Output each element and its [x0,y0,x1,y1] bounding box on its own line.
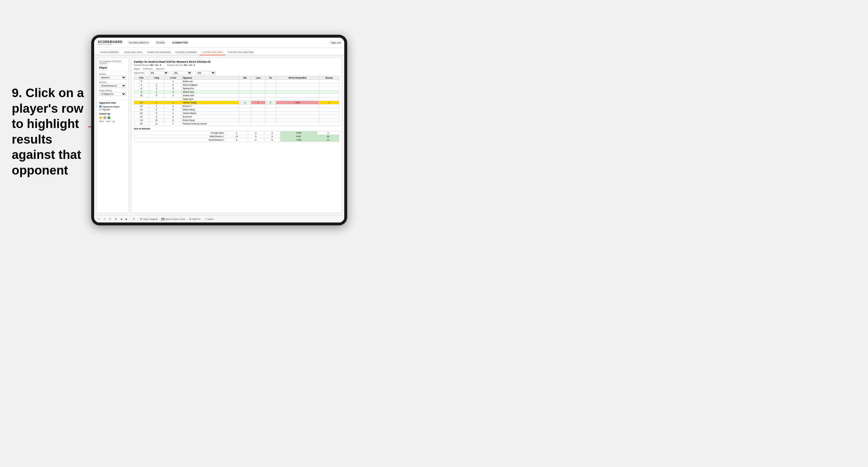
division-select[interactable]: NCAA Division III [99,84,126,88]
filter-all-select-1[interactable]: (All) [148,71,168,75]
timestamp-time: 16:55:28 [99,62,126,64]
toolbar-back[interactable]: ◀ [120,217,123,221]
overall-value: 353 - 34 - 6 [150,64,161,66]
nav-tournaments[interactable]: TOURNAMENTS [127,41,150,45]
logo[interactable]: SCOREBOARD [98,40,122,43]
cell-win [239,97,251,101]
cell-diff [276,108,319,112]
table-row[interactable]: 19106Emily Chang [134,119,339,122]
cell-diff [276,90,319,94]
cell-name: Haejo Hyun [182,97,239,101]
sub-nav-player-h2h-heatmap[interactable]: PLAYER H2H HEATMAP [225,51,256,55]
filter-opponent-group: Opponent [156,68,164,70]
sub-nav-player-h2h-grid[interactable]: PLAYER H2H GRID [200,51,225,55]
out-name: NCAA Division 2 [134,138,226,142]
sub-nav-player-summary[interactable]: PLAYER SUMMARY [173,51,200,55]
tablet-shell: SCOREBOARD Powered by clippd TOURNAMENTS… [91,35,347,225]
cell-loss: 1 [251,101,265,104]
sub-nav-team-summary[interactable]: TEAM SUMMARY [98,51,122,55]
cell-name: Euna Lee [182,115,239,119]
watch-group[interactable]: 👁 Watch ▾ [189,218,201,221]
out-table-row[interactable]: Foreign Team1004.5002 [134,131,339,135]
cell-tie: 0 [266,101,276,104]
cell-rounds [319,87,339,90]
data-table-container[interactable]: # Div # Reg # Conf Opponent Win Loss Tie… [134,76,339,126]
radio-opponents-played[interactable]: Opponents Played [99,105,126,108]
toolbar-undo[interactable]: ↩ [97,217,101,221]
gender-select[interactable]: Women's [99,75,126,80]
table-row[interactable]: 522Alexis Sudjianto [134,83,339,87]
table-row[interactable]: 1691Jessica Mason [134,112,339,115]
grid-title: Katelyn Vo Head-to-Head Grid for Women's… [134,60,339,63]
table-row[interactable]: 613Sydney Kuo [134,87,339,90]
cell-name: Sydney Kuo [182,87,239,90]
table-row[interactable]: Haejo Hyun [134,97,339,101]
toolbar-forward[interactable]: ▶ [125,217,128,221]
table-row[interactable]: 1311Jessica Huang010-3.002 [134,101,339,104]
out-table-row[interactable]: NCAA Division 25007.40010 [134,138,339,142]
radio-top100[interactable]: Top 100 [99,108,126,111]
table-row[interactable]: 1822Euna Lee [134,115,339,119]
sub-nav: TEAM SUMMARY TEAM H2H GRID TEAM H2H HEAT… [94,48,344,55]
cell-loss [251,104,265,108]
filter-region-group: Region [134,68,140,70]
cell-conf [164,97,182,101]
toolbar-sep [130,217,130,221]
filter-all-select-2[interactable]: (All) [172,71,192,75]
save-custom-view-label[interactable]: Save Custom View [165,218,185,220]
watch-label[interactable]: Watch ▾ [192,218,201,220]
cell-diff [276,122,319,126]
cell-diff [276,80,319,83]
colour-by-title: Colour by [99,113,126,115]
filter-all-select-3[interactable]: (All) [195,71,216,75]
nav-committee[interactable]: COMMITTEE [171,41,189,45]
dot-label-level: Level [106,120,111,122]
table-row[interactable]: 31Esther Lee [134,80,339,83]
opponent-filter-label: Opponent [156,68,164,70]
toolbar-refresh[interactable]: ↺ [108,217,112,221]
cell-rounds [319,80,339,83]
cell-diff [276,119,319,122]
col-tie: Tie [266,76,276,80]
cell-div: 3 [134,80,149,83]
cell-conf: 2 [164,83,182,87]
share-label[interactable]: Share [207,218,213,220]
division-label: Division Record: [167,64,184,66]
cell-div: 18 [134,115,149,119]
table-row[interactable]: 1474Eunice Yi [134,104,339,108]
cell-reg: 10 [149,119,164,122]
out-of-division-table: Foreign Team1004.5002NAIA Division 11500… [134,131,339,142]
table-row[interactable]: 914Sharon Mun [134,90,339,94]
cell-win: 0 [239,101,251,104]
toolbar-redo[interactable]: ↪ [103,217,106,221]
cell-win [239,122,251,126]
toolbar-grid[interactable]: ⊞ [114,217,118,221]
table-row[interactable]: 20117Federica Domecq Lacroze [134,122,339,126]
out-table-row[interactable]: NAIA Division 115009.26730 [134,135,339,138]
sub-nav-team-h2h-heatmap[interactable]: TEAM H2H HEATMAP [145,51,173,55]
top-nav: SCOREBOARD Powered by clippd TOURNAMENTS… [94,38,344,48]
cell-tie [266,83,276,87]
view-original-label[interactable]: View: Original [143,218,157,220]
dot-label-down: Down [99,120,104,122]
out-rounds: 2 [317,131,339,135]
sign-out-button[interactable]: Sign out [331,41,341,44]
nav-teams[interactable]: TEAMS [155,41,166,45]
share-group[interactable]: ↗ Share [204,218,213,221]
cell-diff [276,83,319,87]
annotation-text: 9. Click on a player's row to highlight … [12,85,94,178]
cell-reg: 11 [149,122,164,126]
cell-name: Emily Chang [182,119,239,122]
cell-div: 20 [134,122,149,126]
player-rank-select[interactable]: 8. Katelyn Vo [99,92,126,96]
table-row[interactable]: 1585Stella Cheng [134,108,339,112]
cell-diff [276,97,319,101]
annotation-content: 9. Click on a player's row to highlight … [12,86,84,177]
table-row[interactable]: 1063Andrea York [134,94,339,97]
toolbar-cycle[interactable]: ⟳ [132,217,136,221]
sub-nav-team-h2h-grid[interactable]: TEAM H2H GRID [122,51,145,55]
cell-reg [149,80,164,83]
save-custom-view-group[interactable]: 💾 Save Custom View [161,218,185,221]
view-original-group[interactable]: 👁 View: Original [140,218,157,221]
filter-selects-row: Opponents: (All) (All) (All) [134,71,339,75]
